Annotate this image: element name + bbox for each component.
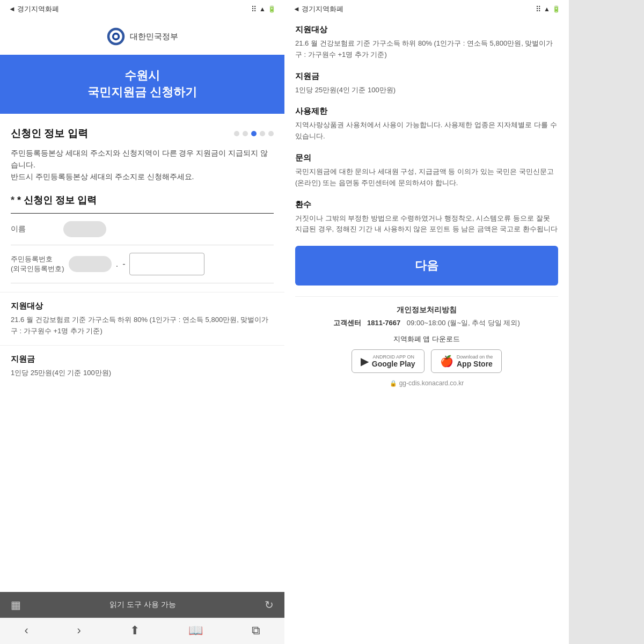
step-dot-5 bbox=[268, 131, 274, 136]
step-dot-1 bbox=[234, 131, 239, 136]
right-info-title-1: 지원금 bbox=[295, 71, 558, 82]
next-button[interactable]: 다음 bbox=[295, 246, 558, 286]
left-status-icons: ⠿ ▲ 🔋 bbox=[251, 5, 276, 13]
right-info-section-2: 사용제한 지역사랑상품권 사용처에서 사용이 가능합니다. 사용제한 업종은 지… bbox=[295, 106, 558, 142]
right-info-title-2: 사용제한 bbox=[295, 106, 558, 116]
google-play-text: ANDROID APP ON Google Play bbox=[372, 354, 415, 368]
footer-contact-hours: 09:00~18:00 (월~일, 추석 당일 제외) bbox=[407, 319, 520, 327]
right-info-body-3: 국민지원금에 대한 문의나 세대원 구성, 지급금액 등 이의가 있는 국민은 … bbox=[295, 166, 558, 189]
left-info-title-1: 지원대상 bbox=[11, 301, 274, 311]
left-wifi-icon: ▲ bbox=[259, 5, 266, 13]
nav-bookmarks-icon[interactable]: 📖 bbox=[188, 624, 203, 638]
banner-line1: 수원시 bbox=[125, 69, 160, 82]
footer-url-text: gg-cdis.konacard.co.kr bbox=[399, 379, 464, 387]
right-info-section-4: 환수 거짓이나 그밖의 부정한 방법으로 수령하였거나 행정착오, 시스템오류 … bbox=[295, 200, 558, 236]
apple-icon: 🍎 bbox=[440, 355, 453, 368]
step-dot-2 bbox=[243, 131, 248, 136]
logo-text: 대한민국정부 bbox=[130, 32, 178, 42]
google-play-label: Google Play bbox=[372, 360, 415, 368]
left-info-section-1: 지원대상 21.6 월 건강보험료 기준 가구소득 하위 80% (1인가구 :… bbox=[0, 292, 284, 346]
footer-contact-label: 고객센터 bbox=[333, 319, 361, 327]
left-panel: ◄ 경기지역화폐 ⠿ ▲ 🔋 대한민국정부 수원시 국민지원금 신청하기 신 bbox=[0, 0, 284, 644]
section-title: 신청인 정보 입력 bbox=[11, 127, 88, 141]
right-info-body-2: 지역사랑상품권 사용처에서 사용이 가능합니다. 사용제한 업종은 지자체별로 … bbox=[295, 120, 558, 142]
bottom-toolbar[interactable]: ▦ 읽기 도구 사용 가능 ↻ bbox=[0, 592, 284, 618]
app-store-label: App Store bbox=[457, 360, 493, 368]
footer-title: 개인정보처리방침 bbox=[306, 305, 547, 315]
right-status-icons: ⠿ ▲ 🔋 bbox=[536, 5, 560, 13]
notice-text: 주민등록등본상 세대의 주소지와 신청지역이 다른 경우 지원금이 지급되지 않… bbox=[11, 147, 274, 183]
left-dots-icon: ⠿ bbox=[251, 5, 257, 13]
right-info-title-4: 환수 bbox=[295, 200, 558, 210]
nav-tabs-icon[interactable]: ⧉ bbox=[252, 624, 260, 638]
section-header: 신청인 정보 입력 bbox=[11, 127, 274, 141]
step-dot-3 bbox=[251, 131, 257, 136]
app-store-sub: Download on the bbox=[457, 354, 493, 360]
right-scroll-area: 지원대상 21.6 월 건강보험료 기준 가구소득 하위 80% (1인가구 :… bbox=[284, 16, 569, 644]
right-status-bar: ◄ 경기지역화폐 ⠿ ▲ 🔋 bbox=[284, 0, 569, 16]
right-battery-icon: 🔋 bbox=[552, 5, 560, 13]
id-first-masked[interactable] bbox=[69, 256, 112, 272]
left-info-section-2: 지원금 1인당 25만원(4인 기준 100만원) bbox=[0, 345, 284, 387]
store-buttons: ▶ ANDROID APP ON Google Play 🍎 Download … bbox=[306, 349, 547, 373]
footer-contact: 고객센터 1811-7667 09:00~18:00 (월~일, 추석 당일 제… bbox=[306, 318, 547, 328]
right-wifi-icon: ▲ bbox=[544, 5, 550, 13]
left-status-bar: ◄ 경기지역화폐 ⠿ ▲ 🔋 bbox=[0, 0, 284, 16]
left-info-body-2: 1인당 25만원(4인 기준 100만원) bbox=[11, 368, 274, 379]
gov-emblem-icon bbox=[106, 27, 126, 46]
reload-icon[interactable]: ↻ bbox=[265, 598, 274, 611]
nav-share-icon[interactable]: ⬆ bbox=[130, 624, 140, 638]
id-dash: - bbox=[122, 259, 125, 269]
step-dots bbox=[234, 131, 274, 136]
right-dots-icon: ⠿ bbox=[536, 5, 541, 13]
toolbar-text: 읽기 도구 사용 가능 bbox=[109, 600, 176, 610]
left-info-body-1: 21.6 월 건강보험료 기준 가구소득 하위 80% (1인가구 : 연소득 … bbox=[11, 314, 274, 337]
google-play-button[interactable]: ▶ ANDROID APP ON Google Play bbox=[352, 349, 425, 373]
right-info-body-4: 거짓이나 그밖의 부정한 방법으로 수령하였거나 행정착오, 시스템오류 등으로… bbox=[295, 213, 558, 236]
name-input-row: 이름 bbox=[11, 214, 274, 245]
form-section: 신청인 정보 입력 주민등록등본상 세대의 주소지와 신청지역이 다른 경우 지… bbox=[0, 114, 284, 292]
right-info-body-0: 21.6 월 건강보험료 기준 가구소득 하위 80% (1인가구 : 연소득 … bbox=[295, 38, 558, 61]
svg-point-3 bbox=[114, 34, 118, 38]
footer-download-title: 지역화폐 앱 다운로드 bbox=[306, 334, 547, 344]
footer-contact-number[interactable]: 1811-7667 bbox=[367, 319, 400, 327]
right-info-body-1: 1인당 25만원(4인 기준 100만원) bbox=[295, 85, 558, 96]
right-footer: 개인정보처리방침 고객센터 1811-7667 09:00~18:00 (월~일… bbox=[295, 296, 558, 393]
logo-area: 대한민국정부 bbox=[0, 16, 284, 55]
right-info-section-3: 문의 국민지원금에 대한 문의나 세대원 구성, 지급금액 등 이의가 있는 국… bbox=[295, 153, 558, 189]
footer-url: 🔒 gg-cdis.konacard.co.kr bbox=[306, 379, 547, 387]
nav-bar: ‹ › ⬆ 📖 ⧉ bbox=[0, 618, 284, 644]
subsection-title: * * 신청인 정보 입력 bbox=[11, 194, 274, 207]
id-second-input[interactable] bbox=[129, 253, 204, 275]
banner-line2: 국민지원금 신청하기 bbox=[87, 85, 197, 99]
blue-banner: 수원시 국민지원금 신청하기 bbox=[0, 55, 284, 114]
left-battery-icon: 🔋 bbox=[268, 5, 276, 13]
id-separator: . bbox=[116, 259, 118, 269]
app-store-button[interactable]: 🍎 Download on the App Store bbox=[431, 349, 502, 373]
nav-forward-icon[interactable]: › bbox=[77, 624, 81, 638]
app-store-text: Download on the App Store bbox=[457, 354, 493, 368]
right-panel: ◄ 경기지역화폐 ⠿ ▲ 🔋 지원대상 21.6 월 건강보험료 기준 가구소득… bbox=[284, 0, 569, 644]
id-number-row: 주민등록번호(외국인등록번호) . - bbox=[11, 245, 274, 283]
right-info-title-3: 문의 bbox=[295, 153, 558, 163]
lock-icon: 🔒 bbox=[390, 380, 397, 387]
google-play-sub: ANDROID APP ON bbox=[372, 354, 415, 360]
left-back-nav[interactable]: ◄ 경기지역화폐 bbox=[9, 4, 59, 14]
nav-back-icon[interactable]: ‹ bbox=[24, 624, 28, 638]
name-label: 이름 bbox=[11, 224, 59, 235]
left-info-title-2: 지원금 bbox=[11, 354, 274, 364]
id-label: 주민등록번호(외국인등록번호) bbox=[11, 254, 64, 274]
left-scroll-area: 대한민국정부 수원시 국민지원금 신청하기 신청인 정보 입력 주민등록등본상 … bbox=[0, 16, 284, 592]
name-masked-value[interactable] bbox=[63, 221, 106, 237]
subsection-title-text: * 신청인 정보 입력 bbox=[17, 195, 97, 206]
google-play-icon: ▶ bbox=[361, 355, 369, 368]
right-info-section-0: 지원대상 21.6 월 건강보험료 기준 가구소득 하위 80% (1인가구 :… bbox=[295, 25, 558, 61]
step-dot-4 bbox=[260, 131, 265, 136]
right-info-title-0: 지원대상 bbox=[295, 25, 558, 35]
right-info-section-1: 지원금 1인당 25만원(4인 기준 100만원) bbox=[295, 71, 558, 96]
right-back-nav[interactable]: ◄ 경기지역화폐 bbox=[293, 4, 343, 14]
reader-icon: ▦ bbox=[11, 598, 21, 611]
